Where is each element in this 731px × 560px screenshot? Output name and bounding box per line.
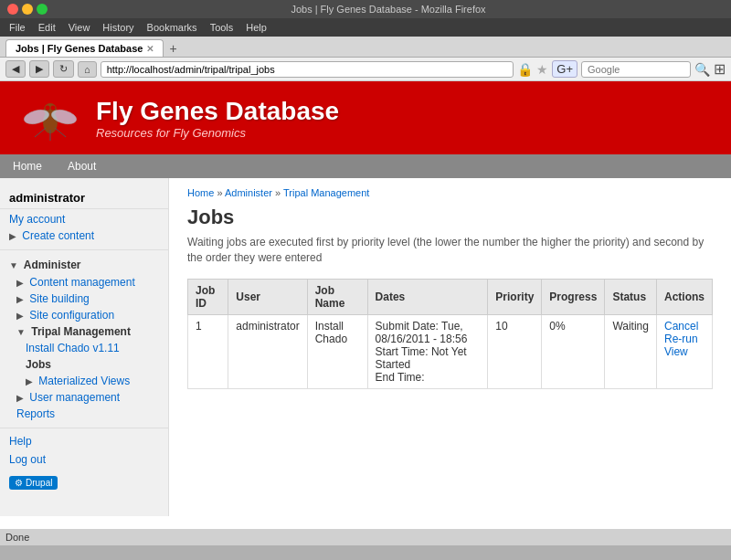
sidebar-reports[interactable]: Reports (0, 406, 168, 422)
arrow-building-icon: ▶ (16, 294, 24, 304)
content-area: Home » Administer » Tripal Management Jo… (169, 178, 731, 516)
sidebar-install-chado[interactable]: Install Chado v1.11 (0, 340, 168, 356)
breadcrumb-tripal[interactable]: Tripal Management (283, 187, 369, 198)
cell-user: administrator (228, 314, 307, 388)
browser-menu-icon[interactable]: ⊞ (714, 60, 726, 78)
back-button[interactable]: ◀ (5, 60, 26, 78)
breadcrumb: Home » Administer » Tripal Management (187, 187, 713, 198)
action-cancel[interactable]: Cancel (664, 320, 705, 333)
arrow-config-icon: ▶ (16, 311, 24, 321)
arrow-user-icon: ▶ (16, 393, 24, 403)
forward-button[interactable]: ▶ (29, 60, 49, 78)
window-title: Jobs | Fly Genes Database - Mozilla Fire… (53, 4, 724, 15)
nav-home[interactable]: Home (0, 154, 55, 178)
menu-view[interactable]: View (63, 20, 96, 35)
table-row: 1 administrator Install Chado Submit Dat… (188, 314, 713, 388)
search-icon[interactable]: 🔍 (694, 62, 710, 77)
menu-file[interactable]: File (4, 20, 31, 35)
svg-line-8 (55, 128, 66, 137)
drupal-badge[interactable]: ⚙ Drupal (9, 476, 58, 490)
sidebar-username: administrator (0, 185, 168, 209)
sidebar-jobs[interactable]: Jobs (0, 356, 168, 373)
menu-bookmarks[interactable]: Bookmarks (142, 20, 203, 35)
window-controls (7, 4, 48, 15)
sidebar-administer-title: ▼ Administer (0, 256, 168, 274)
page-description: Waiting jobs are executed first by prior… (187, 235, 713, 266)
cell-progress: 0% (542, 314, 605, 388)
col-user: User (228, 279, 307, 314)
sidebar-site-config[interactable]: ▶ Site configuration (0, 307, 168, 323)
col-progress: Progress (542, 279, 605, 314)
security-icon: 🔒 (517, 62, 533, 77)
cell-actions: Cancel Re-run View (656, 314, 712, 388)
arrow-content-icon: ▶ (16, 278, 24, 288)
action-rerun[interactable]: Re-run (664, 333, 705, 345)
sidebar-materialized-views[interactable]: ▶ Materialized Views (0, 373, 168, 389)
col-job-id: Job ID (188, 279, 228, 314)
site-subtitle: Resources for Fly Genomics (96, 126, 339, 140)
site-title: Fly Genes Database (96, 97, 339, 126)
sidebar-user-mgmt[interactable]: ▶ User management (0, 389, 168, 406)
svg-point-2 (46, 105, 50, 110)
col-status: Status (605, 279, 657, 314)
drupal-icon: ⚙ (15, 478, 23, 488)
col-job-name: Job Name (307, 279, 367, 314)
sidebar-site-building[interactable]: ▶ Site building (0, 291, 168, 307)
action-view[interactable]: View (664, 345, 705, 358)
breadcrumb-administer[interactable]: Administer (225, 187, 272, 198)
menu-tools[interactable]: Tools (205, 20, 239, 35)
end-time: End Time: (376, 371, 481, 384)
nav-bar: ◀ ▶ ↻ ⌂ 🔒 ★ G+ 🔍 ⊞ (0, 58, 731, 81)
nav-about[interactable]: About (55, 154, 109, 178)
menu-edit[interactable]: Edit (33, 20, 61, 35)
status-bar: Done (0, 529, 731, 545)
sidebar-tripal-mgmt: ▼ Tripal Management (0, 323, 168, 340)
maximize-button[interactable] (37, 4, 48, 15)
page-title: Jobs (187, 206, 713, 229)
tab-bar: Jobs | Fly Genes Database ✕ + (0, 37, 731, 58)
sidebar-logout[interactable]: Log out (0, 450, 168, 469)
new-tab-button[interactable]: + (165, 41, 180, 56)
tab-close-icon[interactable]: ✕ (146, 44, 154, 54)
breadcrumb-home[interactable]: Home (187, 187, 214, 198)
sidebar-divider-2 (0, 428, 168, 428)
cell-dates: Submit Date: Tue, 08/16/2011 - 18:56 Sta… (367, 314, 488, 388)
menu-history[interactable]: History (97, 20, 139, 35)
site-nav: Home About (0, 154, 731, 178)
start-time: Start Time: Not Yet Started (376, 345, 481, 371)
active-tab[interactable]: Jobs | Fly Genes Database ✕ (5, 39, 164, 57)
sidebar: administrator My account ▶ Create conten… (0, 178, 169, 516)
status-text: Done (5, 532, 29, 543)
svg-line-6 (35, 128, 46, 137)
close-button[interactable] (7, 4, 18, 15)
col-priority: Priority (488, 279, 542, 314)
sidebar-create-content[interactable]: ▶ Create content (0, 227, 168, 244)
sidebar-administer: ▼ Administer ▶ Content management ▶ Site… (0, 254, 168, 424)
drupal-label: Drupal (26, 478, 52, 488)
sidebar-help[interactable]: Help (0, 432, 168, 450)
sidebar-content-mgmt[interactable]: ▶ Content management (0, 274, 168, 291)
cell-job-id: 1 (188, 314, 228, 388)
browser-chrome: Jobs | Fly Genes Database - Mozilla Fire… (0, 0, 731, 81)
site-header: Fly Genes Database Resources for Fly Gen… (0, 81, 731, 154)
cell-status: Waiting (605, 314, 657, 388)
submit-date: Submit Date: Tue, 08/16/2011 - 18:56 (376, 320, 481, 345)
jobs-table: Job ID User Job Name Dates Priority Prog… (187, 279, 713, 389)
title-bar: Jobs | Fly Genes Database - Mozilla Fire… (0, 0, 731, 18)
sidebar-divider (0, 249, 168, 250)
col-actions: Actions (656, 279, 712, 314)
cell-priority: 10 (488, 314, 542, 388)
search-input[interactable] (581, 61, 691, 78)
bookmark-icon[interactable]: ★ (536, 62, 548, 77)
sidebar-section-user: My account ▶ Create content (0, 209, 168, 246)
col-dates: Dates (367, 279, 488, 314)
reload-button[interactable]: ↻ (53, 60, 74, 78)
arrow-mat-icon: ▶ (26, 376, 33, 386)
menu-help[interactable]: Help (240, 20, 272, 35)
sidebar-my-account[interactable]: My account (0, 211, 168, 227)
minimize-button[interactable] (22, 4, 33, 15)
url-input[interactable] (101, 61, 514, 78)
site-logo (18, 93, 82, 143)
svg-point-3 (51, 105, 56, 110)
home-button[interactable]: ⌂ (78, 61, 97, 78)
